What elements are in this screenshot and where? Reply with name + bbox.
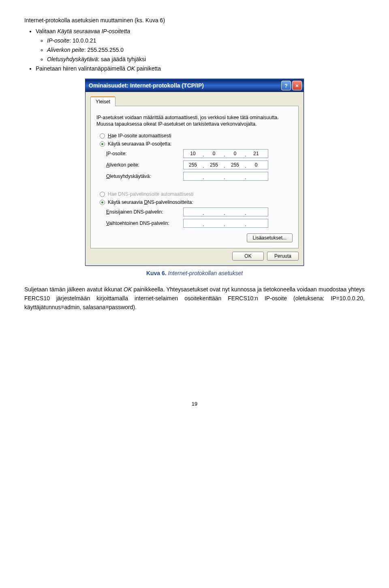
titlebar: Ominaisuudet: Internet-protokolla (TCP/I… [85,79,304,92]
list-item: IP-osoite: 10.0.0.21 [47,36,365,45]
dns1-row: Ensisijainen DNS-palvelin: . . . [106,207,293,216]
radio-use-ip[interactable]: Käytä seuraavaa IP-osoitetta: [100,141,293,147]
window-title: Ominaisuudet: Internet-protokolla (TCP/I… [89,82,280,89]
list-item: Valitaan Käytä seuraavaa IP-osoitetta IP… [36,27,365,64]
dns1-input[interactable]: . . . [183,207,268,216]
cancel-button[interactable]: Peruuta [267,252,299,261]
ip-address-row: IP-osoite: 10. 0. 0. 21 [106,149,293,158]
radio-label: Hae DNS-palvelinosoite automaattisesti [108,191,193,197]
radio-auto-dns: Hae DNS-palvelinosoite automaattisesti [100,191,293,197]
radio-label: Käytä seuraavia DNS-palvelinosoitteita: [108,199,193,205]
help-button[interactable]: ? [281,81,291,90]
subnet-row: Aliverkon peite: 255. 255. 255. 0 [106,160,293,169]
radio-label: Käytä seuraavaa IP-osoitetta: [108,141,171,147]
radio-icon [100,141,105,147]
list-item: Painetaan hiiren valintanäppäimellä OK p… [36,64,365,73]
list-item: Aliverkon peite: 255.255.255.0 [47,46,365,54]
intro-text: Internet-protokolla asetuksien muuttamin… [24,16,365,73]
closing-paragraph: Suljetaan tämän jälkeen avatut ikkunat O… [24,285,365,312]
figure-caption: Kuva 6. Internet-protokollan asetukset [24,270,365,276]
list-item: Oletusyhdyskäytävä: saa jäädä tyhjäksi [47,55,365,64]
radio-label: Hae IP-osoite automaattisesti [108,133,171,139]
tab-general[interactable]: Yleiset [90,96,115,106]
radio-auto-ip[interactable]: Hae IP-osoite automaattisesti [100,133,293,139]
bullet-list: Valitaan Käytä seuraavaa IP-osoitetta IP… [36,27,365,73]
gateway-row: Oletusyhdyskäytävä: . . . [106,172,293,181]
radio-use-dns[interactable]: Käytä seuraavia DNS-palvelinosoitteita: [100,199,293,205]
tab-content: IP-asetukset voidaan määrittää automaatt… [90,106,299,248]
dns2-row: Vaihtoehtoinen DNS-palvelin: . . . [106,219,293,228]
gateway-input[interactable]: . . . [183,172,268,181]
dns1-label: Ensisijainen DNS-palvelin: [106,209,183,215]
gateway-label: Oletusyhdyskäytävä: [106,173,183,179]
advanced-button[interactable]: Lisäasetukset... [247,233,293,242]
radio-icon [100,200,105,205]
ip-address-input[interactable]: 10. 0. 0. 21 [183,149,268,158]
dns2-input[interactable]: . . . [183,219,268,228]
subnet-label: Aliverkon peite: [106,162,183,168]
page-number: 19 [24,401,365,407]
dns2-label: Vaihtoehtoinen DNS-palvelin: [106,220,183,226]
intro-line: Internet-protokolla asetuksien muuttamin… [24,16,365,25]
radio-icon [100,133,105,139]
description-text: IP-asetukset voidaan määrittää automaatt… [96,114,293,127]
subnet-input[interactable]: 255. 255. 255. 0 [183,160,268,169]
ip-address-label: IP-osoite: [106,151,183,156]
close-button[interactable]: × [292,81,302,90]
tab-bar: Yleiset [90,96,299,106]
tcpip-properties-dialog: Ominaisuudet: Internet-protokolla (TCP/I… [85,79,304,266]
radio-icon [100,192,105,197]
ok-button[interactable]: OK [232,252,264,261]
